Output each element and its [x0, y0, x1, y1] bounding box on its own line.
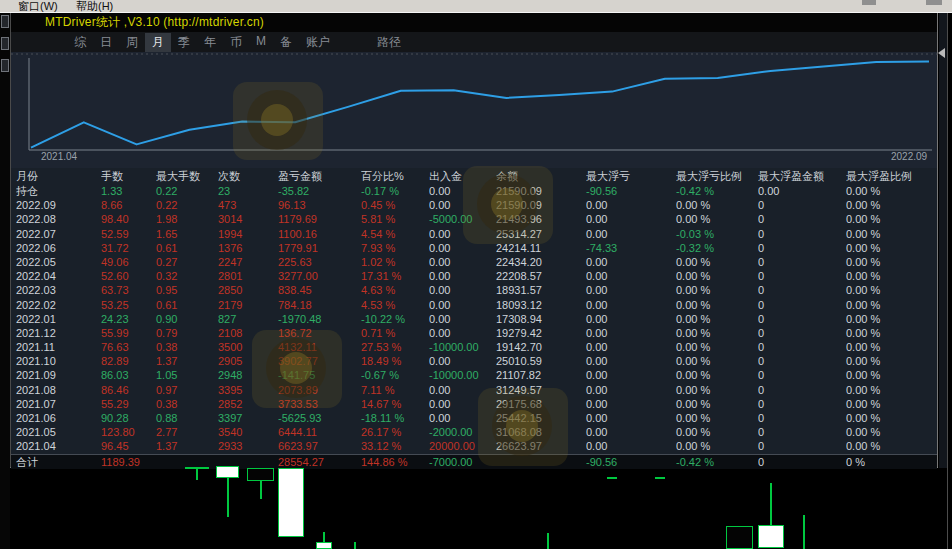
table-cell: 26.17 % [361, 425, 429, 439]
column-header: 次数 [218, 168, 278, 184]
table-row-2021.08[interactable]: 2021.0886.460.9733952073.897.11 %0.00312… [11, 383, 937, 397]
table-row-2021.05[interactable]: 2021.05123.802.7735406444.1126.17 %-2000… [11, 425, 937, 439]
candle-lower-wick [196, 469, 198, 480]
table-row-2022.01[interactable]: 2022.0124.230.90827-1970.48-10.22 %0.001… [11, 312, 937, 326]
tab-ji[interactable]: 季 [171, 33, 197, 52]
table-cell: 2850 [218, 283, 278, 297]
table-cell: 2021.05 [16, 425, 101, 439]
table-cell: 0.00 % [846, 425, 937, 439]
table-cell: 0.00 % [846, 326, 937, 340]
tab-nian[interactable]: 年 [197, 33, 223, 52]
table-cell: 0.00 [429, 255, 496, 269]
table-cell: 3277.00 [278, 269, 361, 283]
candle-body [726, 526, 753, 549]
table-cell: -90.56 [586, 455, 676, 469]
table-cell: 0.00 % [676, 383, 758, 397]
table-row-2021.04[interactable]: 2021.0496.451.3729336623.9733.12 %20000.… [11, 439, 937, 453]
table-cell: 0 [758, 312, 846, 326]
watermark-logo [463, 166, 553, 244]
tab-yue[interactable]: 月 [145, 33, 171, 52]
table-cell: 18093.12 [496, 298, 586, 312]
table-cell: 0.32 [156, 269, 218, 283]
table-row-2022.05[interactable]: 2022.0549.060.272247225.631.02 %0.002243… [11, 255, 937, 269]
table-cell: 0.90 [156, 312, 218, 326]
table-cell: 0.79 [156, 326, 218, 340]
table-cell: 2021.07 [16, 397, 101, 411]
table-cell: -0.03 % [676, 227, 758, 241]
candle-body [247, 468, 274, 481]
table-cell: 63.73 [101, 283, 156, 297]
table-cell: 0 [758, 227, 846, 241]
table-cell: 0 [758, 383, 846, 397]
table-cell: 1.65 [156, 227, 218, 241]
table-row-2022.04[interactable]: 2022.0452.600.3228013277.0017.31 %0.0022… [11, 269, 937, 283]
tab-bi[interactable]: 币 [223, 33, 249, 52]
table-cell: 0.00 % [846, 298, 937, 312]
table-cell: 0.00 [586, 227, 676, 241]
table-row-2021.09[interactable]: 2021.0986.031.052948-141.75-0.67 %-10000… [11, 368, 937, 382]
splitter-line[interactable] [947, 13, 948, 549]
tab-ri[interactable]: 日 [93, 33, 119, 52]
table-row-2021.12[interactable]: 2021.1255.990.792108136.720.71 %0.001927… [11, 326, 937, 340]
table-cell: 0.00 [586, 411, 676, 425]
table-cell: 0.00 % [846, 255, 937, 269]
tab-zhanghu[interactable]: 账户 [299, 33, 337, 52]
tab-zong[interactable]: 综 [67, 33, 93, 52]
table-cell: -10000.00 [429, 368, 496, 382]
table-cell: 28554.27 [278, 455, 361, 469]
table-cell: 96.13 [278, 198, 361, 212]
table-cell: 0.00 [586, 340, 676, 354]
docked-toolbar-icon[interactable] [1, 15, 9, 28]
table-cell: 0.00 % [846, 383, 937, 397]
table-row-2021.10[interactable]: 2021.1082.891.3729053902.7718.49 %0.0025… [11, 354, 937, 368]
table-cell: 2022.09 [16, 198, 101, 212]
menu-item-window[interactable]: 窗口(W) [18, 0, 58, 13]
candle-body [278, 468, 304, 537]
table-row-2022.02[interactable]: 2022.0253.250.612179784.184.53 %0.001809… [11, 298, 937, 312]
table-cell: 21107.82 [496, 368, 586, 382]
docked-toolbar-icon[interactable] [1, 37, 9, 50]
tab-path[interactable]: 路径 [377, 34, 401, 51]
table-cell: 0.27 [156, 255, 218, 269]
column-header: 盈亏金额 [278, 168, 361, 184]
candle-body [216, 466, 239, 478]
window-button-partial [862, 0, 876, 5]
candle-upper-wick [323, 532, 325, 542]
table-row-2022.03[interactable]: 2022.0363.730.952850838.454.63 %0.001893… [11, 283, 937, 297]
table-cell: 0.38 [156, 397, 218, 411]
tab-m[interactable]: M [249, 33, 273, 52]
column-header: 最大浮亏 [586, 168, 676, 184]
table-cell: 0.00 % [846, 283, 937, 297]
table-cell: 0.00 [586, 439, 676, 453]
table-cell: 19279.42 [496, 326, 586, 340]
table-cell: 0 [758, 241, 846, 255]
stats-titlebar[interactable]: MTDriver统计 ,V3.10 (http://mtdriver.cn) [11, 13, 937, 32]
splitter-collapse-icon[interactable] [938, 48, 945, 58]
table-cell: 49.06 [101, 255, 156, 269]
table-cell: -0.67 % [361, 368, 429, 382]
table-cell: 55.99 [101, 326, 156, 340]
table-cell: -0.32 % [676, 241, 758, 255]
candle-lower-wick [260, 481, 262, 499]
table-cell: 0.00 % [846, 340, 937, 354]
table-cell: 52.60 [101, 269, 156, 283]
candle-upper-wick [770, 483, 772, 525]
table-cell: 144.86 % [361, 455, 429, 469]
table-cell: 1.98 [156, 212, 218, 226]
tab-bei[interactable]: 备 [273, 33, 299, 52]
tab-zhou[interactable]: 周 [119, 33, 145, 52]
table-cell: 5.81 % [361, 212, 429, 226]
table-cell: 86.03 [101, 368, 156, 382]
table-row-2021.07[interactable]: 2021.0755.290.3828523733.5314.67 %0.0029… [11, 397, 937, 411]
table-cell: 2022.02 [16, 298, 101, 312]
table-row-2021.11[interactable]: 2021.1176.630.3835004132.1127.53 %-10000… [11, 340, 937, 354]
table-cell: 2021.10 [16, 354, 101, 368]
table-cell: 0.00 % [676, 298, 758, 312]
table-row-2021.06[interactable]: 2021.0690.280.883397-5625.93-18.11 %0.00… [11, 411, 937, 425]
table-cell: 23 [218, 184, 278, 198]
table-cell: 0.00 % [846, 368, 937, 382]
docked-toolbar-icon[interactable] [1, 59, 9, 72]
table-row-total[interactable]: 合计1189.3928554.27144.86 %-7000.00-90.56-… [11, 454, 937, 469]
candle-body [316, 542, 332, 549]
menu-item-help[interactable]: 帮助(H) [76, 0, 113, 13]
